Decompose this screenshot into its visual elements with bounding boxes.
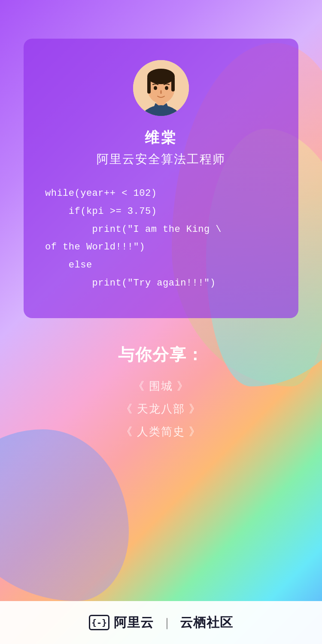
code-line-2: if(kpi >= 3.75) [45, 203, 277, 221]
profile-name: 维棠 [145, 128, 177, 148]
svg-rect-5 [147, 76, 151, 94]
main-content: 维棠 阿里云安全算法工程师 while(year++ < 102) if(kpi… [0, 0, 322, 644]
profile-card: 维棠 阿里云安全算法工程师 while(year++ < 102) if(kpi… [24, 39, 298, 318]
svg-point-7 [154, 86, 157, 90]
share-title: 与你分享： [118, 344, 204, 366]
book-item-1: 《 围城 》 [133, 379, 189, 394]
share-section: 与你分享： 《 围城 》 《 天龙八部 》 《 人类简史 》 [118, 344, 204, 644]
code-line-1: while(year++ < 102) [45, 185, 277, 203]
code-line-3: print("I am the King \ [45, 221, 277, 239]
code-line-4: of the World!!!") [45, 238, 277, 256]
profile-title: 阿里云安全算法工程师 [97, 151, 225, 167]
svg-rect-6 [171, 76, 175, 91]
code-line-5: else [45, 256, 277, 274]
book-list: 《 围城 》 《 天龙八部 》 《 人类简史 》 [121, 379, 201, 439]
book-item-2: 《 天龙八部 》 [121, 401, 201, 416]
book-item-3: 《 人类简史 》 [121, 424, 201, 439]
code-line-6: print("Try again!!!") [45, 274, 277, 292]
avatar [133, 60, 189, 116]
svg-point-8 [165, 86, 168, 90]
svg-point-4 [147, 69, 175, 84]
code-block: while(year++ < 102) if(kpi >= 3.75) prin… [45, 185, 277, 292]
